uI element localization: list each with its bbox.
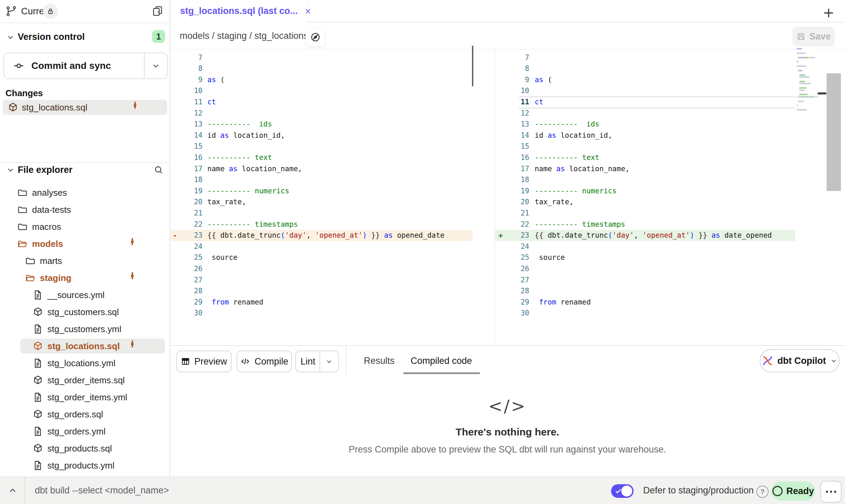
tree-item-stg-orders-yml[interactable]: stg_orders.yml [0, 423, 170, 440]
code-line[interactable]: ---------- text [207, 152, 272, 163]
command-input[interactable]: dbt build --select <model_name> [35, 477, 169, 504]
line-number: 19 [495, 186, 529, 197]
tab-results[interactable]: Results [361, 351, 397, 371]
line-number: 29 [170, 297, 203, 308]
divider [346, 345, 346, 375]
current-line-border [519, 108, 795, 108]
line-number: 30 [170, 308, 203, 319]
line-number: 16 [495, 152, 529, 163]
line-number: 26 [170, 263, 203, 275]
chevron-down-icon [830, 357, 837, 365]
compile-button[interactable]: Compile [237, 351, 292, 372]
lint-button[interactable]: Lint [295, 351, 339, 372]
code-line[interactable]: ct [207, 97, 216, 108]
tree-item-stg-customers-yml[interactable]: stg_customers.yml [0, 321, 170, 338]
tree-item-marts[interactable]: marts [0, 252, 170, 269]
explore-lineage-button[interactable] [306, 27, 325, 47]
save-button[interactable]: Save [792, 27, 835, 46]
code-line[interactable]: tax_rate, [535, 196, 574, 208]
folder-icon [17, 221, 28, 232]
model-icon [32, 307, 43, 317]
code-line[interactable]: id as location_id, [535, 130, 612, 141]
tab-stg-locations[interactable]: stg_locations.sql (last co... [170, 0, 308, 22]
line-number: 9 [495, 74, 529, 86]
tree-item-label: __sources.yml [47, 286, 105, 303]
line-number: 28 [170, 285, 203, 297]
diff-editor-modified[interactable]: 6789as (1011ct1213---------- ids14id as … [495, 49, 795, 345]
code-line[interactable]: source [535, 252, 565, 263]
line-number: 12 [495, 108, 529, 119]
preview-button[interactable]: Preview [176, 351, 232, 372]
code-line[interactable]: from renamed [535, 297, 591, 308]
line-number: 14 [495, 130, 529, 141]
code-line[interactable]: source [207, 252, 238, 263]
vertical-scrollbar[interactable] [827, 73, 841, 191]
dbt-copilot-icon [762, 355, 773, 367]
tree-item-stg-order-items-yml[interactable]: stg_order_items.yml [0, 389, 170, 406]
line-number: 10 [495, 85, 529, 97]
code-line[interactable]: ---------- text [535, 152, 599, 163]
lint-options-chevron-icon[interactable] [320, 358, 338, 365]
close-icon[interactable] [304, 7, 312, 15]
tree-item-analyses[interactable]: analyses [0, 184, 170, 201]
line-number: 8 [495, 63, 529, 74]
tab-compiled-code[interactable]: Compiled code [402, 351, 480, 371]
status-circle-icon [772, 486, 783, 496]
tree-item-data-tests[interactable]: data-tests [0, 201, 170, 218]
code-line[interactable]: {{ dbt.date_trunc('day', 'opened_at') }}… [535, 230, 772, 241]
tree-item-stg-locations-sql[interactable]: stg_locations.sql [0, 338, 170, 355]
line-number: 26 [495, 263, 529, 275]
code-line[interactable]: from renamed [207, 297, 263, 308]
empty-state-title: There's nothing here. [405, 426, 610, 438]
defer-toggle[interactable] [611, 484, 634, 498]
line-number: 20 [495, 196, 529, 208]
line-number: 11 [170, 97, 203, 108]
folder-icon [25, 255, 36, 266]
code-line[interactable]: ---------- numerics [535, 186, 617, 197]
code-line[interactable]: ct [535, 97, 543, 108]
tree-item-stg-customers-sql[interactable]: stg_customers.sql [0, 303, 170, 321]
tree-item-stg-order-items-sql[interactable]: stg_order_items.sql [0, 372, 170, 389]
code-line[interactable]: name as location_name, [207, 163, 302, 175]
code-line[interactable]: ---------- ids [535, 119, 599, 130]
dbt-copilot-button[interactable]: dbt Copilot [760, 349, 840, 372]
line-number: 27 [170, 275, 203, 286]
line-number: 10 [170, 85, 203, 97]
diff-editor-original[interactable]: 6789as (1011ct1213---------- ids14id as … [170, 49, 473, 345]
status-badge[interactable]: Ready [771, 481, 815, 501]
chevron-up-icon[interactable] [8, 486, 18, 496]
line-number: 17 [170, 163, 203, 175]
code-line[interactable]: name as location_name, [535, 163, 629, 175]
more-options-button[interactable] [820, 481, 842, 503]
code-line[interactable]: {{ dbt.date_trunc('day', 'opened_at') }}… [207, 230, 444, 241]
line-number: 30 [495, 308, 529, 319]
code-line[interactable]: as ( [207, 74, 225, 86]
breadcrumb[interactable]: models / staging / stg_locations.sql [180, 23, 323, 49]
code-line[interactable]: as ( [535, 74, 552, 86]
line-number: 23 [170, 230, 203, 241]
line-number: 27 [495, 275, 529, 286]
new-tab-plus-icon[interactable] [821, 5, 836, 20]
code-line[interactable]: ---------- timestamps [207, 219, 298, 230]
code-line[interactable]: id as location_id, [207, 130, 285, 141]
tree-item-models[interactable]: models [0, 235, 170, 252]
tree-item-staging[interactable]: staging [0, 269, 170, 286]
diff-sash-handle[interactable] [472, 46, 473, 86]
code-line[interactable]: ---------- ids [207, 119, 272, 130]
tree-item-macros[interactable]: macros [0, 218, 170, 235]
tree-item-stg-products-yml[interactable]: stg_products.yml [0, 457, 170, 474]
tree-item-stg-locations-yml[interactable]: stg_locations.yml [0, 355, 170, 372]
minimap[interactable] [797, 48, 818, 115]
code-line[interactable]: ---------- numerics [207, 186, 289, 197]
tree-item-stg-products-sql[interactable]: stg_products.sql [0, 440, 170, 457]
help-icon[interactable]: ? [756, 486, 769, 498]
line-number: 28 [495, 285, 529, 297]
line-number: 22 [495, 219, 529, 230]
model-icon [32, 409, 43, 420]
line-number: 14 [170, 130, 203, 141]
tree-item-stg-orders-sql[interactable]: stg_orders.sql [0, 406, 170, 423]
code-line[interactable]: tax_rate, [207, 196, 246, 208]
check-icon [614, 487, 622, 495]
tree-item---sources-yml[interactable]: __sources.yml [0, 286, 170, 303]
code-line[interactable]: ---------- timestamps [535, 219, 625, 230]
